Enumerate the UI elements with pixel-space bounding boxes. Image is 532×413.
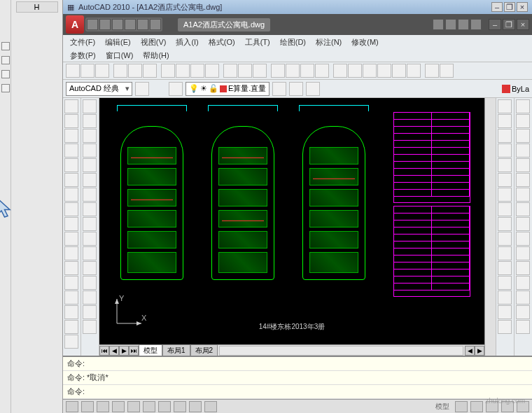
qat-save-icon[interactable]: [112, 19, 123, 30]
break-icon[interactable]: [498, 261, 512, 275]
menu-modify[interactable]: 修改(M): [347, 36, 383, 49]
scroll-left-button[interactable]: ◀: [465, 346, 475, 356]
status-model[interactable]: 模型: [433, 402, 452, 412]
dim-arc-icon[interactable]: [83, 129, 97, 143]
workspace-combo[interactable]: AutoCAD 经典: [66, 82, 132, 96]
mod-b-icon[interactable]: [516, 114, 530, 128]
line-icon[interactable]: [64, 99, 78, 113]
favorite-icon[interactable]: [458, 19, 469, 30]
dim-tolerance-icon[interactable]: [83, 261, 97, 275]
array-icon[interactable]: [498, 158, 512, 172]
ortho-toggle[interactable]: [97, 401, 109, 412]
command-line[interactable]: 命令: 命令: *取消* 命令:: [63, 356, 532, 399]
gradient-icon[interactable]: [64, 305, 78, 319]
polar-toggle[interactable]: [112, 401, 125, 412]
mirror-icon[interactable]: [498, 129, 512, 143]
help-icon[interactable]: [470, 19, 482, 30]
designcenter-icon[interactable]: [348, 64, 362, 78]
search-icon[interactable]: [433, 19, 444, 30]
menu-view[interactable]: 视图(V): [136, 36, 171, 49]
help2-icon[interactable]: [425, 64, 439, 78]
rail-icon[interactable]: [1, 84, 10, 92]
mod-o-icon[interactable]: [516, 305, 530, 319]
scroll-right-button[interactable]: ▶: [475, 346, 484, 356]
menu-params[interactable]: 参数(P): [66, 49, 100, 62]
dim-baseline-icon[interactable]: [83, 202, 97, 216]
qat-open-icon[interactable]: [99, 19, 111, 30]
offset-icon[interactable]: [498, 144, 512, 158]
osnap-toggle[interactable]: [127, 401, 140, 412]
dim-edit-icon[interactable]: [83, 276, 97, 290]
ducs-toggle[interactable]: [158, 401, 171, 412]
tab-last-button[interactable]: ⏭: [129, 346, 139, 356]
polyline-icon[interactable]: [64, 114, 78, 128]
pan-icon[interactable]: [271, 64, 285, 78]
qp-toggle[interactable]: [204, 401, 217, 412]
extend-icon[interactable]: [498, 246, 512, 260]
document-tab[interactable]: A1A2酒店式公寓电.dwg: [178, 18, 270, 31]
qat-redo-icon[interactable]: [137, 19, 148, 30]
mod-c-icon[interactable]: [516, 129, 530, 143]
mod-a-icon[interactable]: [516, 99, 530, 113]
layer-tool2-icon[interactable]: [289, 82, 303, 96]
mod-h-icon[interactable]: [516, 202, 530, 216]
qat-new-icon[interactable]: [87, 19, 98, 30]
menu-insert[interactable]: 插入(I): [172, 36, 202, 49]
dim-a-icon[interactable]: [83, 320, 97, 334]
region-icon[interactable]: [64, 276, 78, 290]
mod-g-icon[interactable]: [516, 188, 530, 202]
mod-p-icon[interactable]: [516, 320, 530, 334]
menu-draw[interactable]: 绘图(D): [276, 36, 310, 49]
vertical-scrollbar[interactable]: [484, 98, 496, 356]
chamfer-icon[interactable]: [498, 290, 512, 304]
dim-ord-icon[interactable]: [83, 188, 97, 202]
cmd-prompt[interactable]: 命令:: [63, 385, 532, 399]
mod-j-icon[interactable]: [516, 232, 530, 246]
restore-button[interactable]: ❐: [504, 2, 515, 12]
mod-n-icon[interactable]: [516, 290, 530, 304]
mod-k-icon[interactable]: [516, 246, 530, 260]
a-icon[interactable]: [440, 64, 454, 78]
app-menu-button[interactable]: A: [66, 15, 84, 34]
grid-toggle[interactable]: [81, 401, 94, 412]
arc-icon[interactable]: [64, 144, 78, 158]
dyn-toggle[interactable]: [174, 401, 186, 412]
rail-icon[interactable]: [1, 70, 10, 78]
menu-edit[interactable]: 编辑(E): [101, 36, 135, 49]
calc-icon[interactable]: [407, 64, 421, 78]
markup-icon[interactable]: [392, 64, 406, 78]
otrack-toggle[interactable]: [143, 401, 155, 412]
tab-first-button[interactable]: ⏮: [99, 346, 109, 356]
drawing-canvas[interactable]: Y X 14#楼东栋2013年3册: [99, 98, 484, 344]
table-icon[interactable]: [64, 246, 78, 260]
dim-linear-icon[interactable]: [83, 99, 97, 113]
dim-style-icon[interactable]: [83, 305, 97, 319]
zoom-prev-icon[interactable]: [315, 64, 329, 78]
move-icon[interactable]: [498, 173, 512, 187]
explode-icon[interactable]: [498, 320, 512, 334]
mdi-minimize-button[interactable]: –: [489, 19, 501, 30]
zoom-icon[interactable]: [286, 64, 300, 78]
toolpalette-icon[interactable]: [363, 64, 377, 78]
new-icon[interactable]: [66, 64, 80, 78]
menu-tools[interactable]: 工具(T): [241, 36, 274, 49]
qat-undo-icon[interactable]: [125, 19, 136, 30]
block-icon[interactable]: [223, 64, 237, 78]
mod-i-icon[interactable]: [516, 217, 530, 231]
text-icon[interactable]: [64, 261, 78, 275]
close-button[interactable]: ×: [517, 2, 528, 12]
copy-icon[interactable]: [176, 64, 190, 78]
mdi-restore-button[interactable]: ❐: [503, 19, 515, 30]
menu-file[interactable]: 文件(F): [66, 36, 99, 49]
publish-icon[interactable]: [143, 64, 157, 78]
undo-icon[interactable]: [238, 64, 252, 78]
status-icon[interactable]: [455, 401, 468, 412]
mod-m-icon[interactable]: [516, 276, 530, 290]
copy2-icon[interactable]: [498, 114, 512, 128]
open-icon[interactable]: [80, 64, 94, 78]
spline-icon[interactable]: [64, 202, 78, 216]
cut-icon[interactable]: [161, 64, 175, 78]
zoom-window-icon[interactable]: [300, 64, 314, 78]
preview-icon[interactable]: [128, 64, 142, 78]
mod-d-icon[interactable]: [516, 144, 530, 158]
